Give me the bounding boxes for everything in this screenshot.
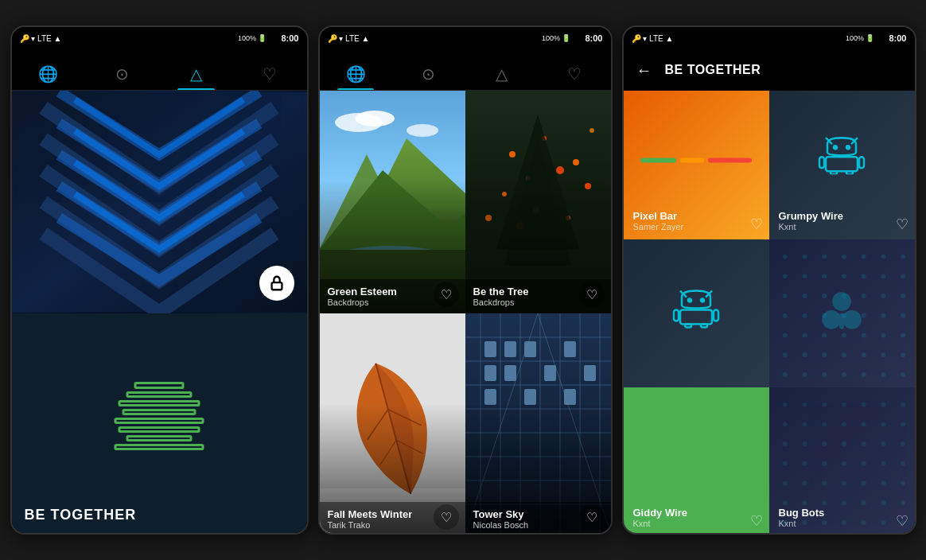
- green-esteem-card[interactable]: Green Esteem Backdrops ♡: [320, 91, 465, 313]
- svg-point-183: [861, 501, 866, 506]
- svg-point-75: [834, 146, 837, 150]
- svg-point-172: [782, 481, 787, 486]
- svg-point-182: [842, 501, 846, 506]
- svg-point-131: [881, 352, 885, 357]
- svg-rect-70: [640, 158, 676, 163]
- svg-rect-143: [839, 313, 844, 329]
- svg-point-24: [556, 166, 564, 174]
- phone1-nav-compass[interactable]: ⊙: [85, 64, 159, 90]
- svg-point-141: [842, 310, 861, 329]
- pixel-bar-visual: [638, 155, 754, 169]
- svg-point-154: [842, 422, 846, 427]
- grumpy-wire-card[interactable]: Grumpy Wire Kxnt ♡: [769, 91, 915, 239]
- svg-point-167: [822, 461, 827, 466]
- svg-point-146: [822, 402, 827, 407]
- svg-point-165: [782, 461, 787, 466]
- svg-point-133: [782, 372, 787, 377]
- svg-point-103: [881, 274, 885, 278]
- svg-rect-3: [127, 393, 191, 397]
- svg-point-100: [822, 274, 827, 278]
- pixel-bar-card[interactable]: Pixel Bar Samer Zayer ♡: [624, 91, 769, 239]
- tower-sky-card[interactable]: Tower Sky Nicolas Bosch ♡: [465, 313, 611, 535]
- pixel-bar-favorite[interactable]: ♡: [750, 216, 763, 233]
- giddy-wire-card[interactable]: Giddy Wire Kxnt ♡: [624, 387, 769, 535]
- phone1-status-bar: 🔑 ▾ LTE ▲ 100% 🔋 8:00: [12, 27, 307, 49]
- be-the-tree-card[interactable]: Be the Tree Backdrops ♡: [465, 91, 611, 313]
- svg-point-117: [881, 313, 885, 317]
- phone2-nav-collections[interactable]: △: [465, 64, 539, 90]
- globe-icon: 🌐: [38, 64, 58, 84]
- svg-point-119: [782, 332, 787, 337]
- svg-rect-71: [680, 158, 704, 163]
- svg-point-85: [701, 299, 704, 302]
- svg-point-107: [822, 294, 827, 298]
- bug-bots-favorite[interactable]: ♡: [896, 512, 908, 530]
- svg-point-94: [842, 254, 846, 259]
- phone2-content: Green Esteem Backdrops ♡: [320, 91, 611, 535]
- phone1-nav-favorites[interactable]: ♡: [233, 64, 307, 90]
- compass-icon: ⊙: [115, 64, 129, 84]
- phone3-content: Pixel Bar Samer Zayer ♡: [624, 91, 915, 535]
- grumpy-wire-favorite[interactable]: ♡: [896, 216, 908, 233]
- svg-point-160: [822, 441, 827, 446]
- android-mid-1-icon: [672, 288, 720, 335]
- svg-point-116: [861, 313, 866, 317]
- android-mid-1-card[interactable]: [624, 239, 769, 388]
- phone3-status-bar: 🔑 ▾ LTE ▲ 100% 🔋 8:00: [624, 27, 915, 49]
- svg-point-139: [901, 372, 905, 377]
- lock-button[interactable]: [259, 266, 294, 301]
- phone1-nav-globe[interactable]: 🌐: [12, 64, 86, 90]
- svg-point-96: [881, 254, 885, 259]
- svg-point-161: [842, 441, 846, 446]
- svg-point-152: [802, 422, 807, 427]
- svg-point-176: [861, 481, 866, 486]
- grumpy-wire-name: Grumpy Wire: [779, 210, 905, 222]
- svg-rect-5: [123, 410, 195, 414]
- svg-point-124: [881, 332, 885, 337]
- amoled-card[interactable]: AMOLED Backdrops with a common pitch bla…: [12, 91, 307, 313]
- android-mid-2-card[interactable]: [769, 239, 915, 388]
- svg-rect-57: [484, 341, 496, 357]
- svg-point-148: [861, 402, 866, 407]
- svg-point-153: [822, 422, 827, 427]
- phone2-nav-compass[interactable]: ⊙: [392, 64, 465, 90]
- fall-meets-winter-card[interactable]: Fall Meets Winter Tarik Trako ♡: [320, 313, 465, 535]
- phone1-nav-bar: 🌐 ⊙ △ ♡: [12, 49, 307, 91]
- green-esteem-favorite[interactable]: ♡: [434, 282, 459, 307]
- phone2-nav-globe[interactable]: 🌐: [320, 64, 393, 90]
- be-together-card[interactable]: BE TOGETHER: [12, 313, 307, 535]
- svg-point-138: [881, 372, 885, 377]
- giddy-wire-favorite[interactable]: ♡: [750, 512, 763, 530]
- phone2-nav-favorites[interactable]: ♡: [538, 64, 611, 90]
- grumpy-wire-icon: [818, 135, 866, 178]
- svg-point-106: [802, 294, 807, 298]
- phone1-nav-collections[interactable]: △: [159, 64, 233, 90]
- phone3-time: 8:00: [889, 33, 906, 43]
- svg-point-190: [861, 520, 866, 525]
- svg-point-181: [822, 501, 827, 506]
- svg-point-140: [832, 292, 851, 311]
- heart-icon-2: ♡: [567, 64, 582, 84]
- svg-rect-7: [119, 428, 199, 432]
- svg-point-128: [822, 352, 827, 357]
- svg-point-112: [782, 313, 787, 317]
- svg-point-162: [861, 441, 866, 446]
- giddy-wire-sub: Kxnt: [633, 519, 760, 528]
- pixel-bar-name: Pixel Bar: [633, 210, 760, 222]
- svg-point-95: [861, 254, 866, 259]
- svg-rect-90: [701, 325, 707, 328]
- collections-icon: △: [190, 64, 202, 84]
- svg-rect-89: [685, 325, 691, 328]
- svg-point-187: [802, 520, 807, 525]
- svg-rect-87: [674, 310, 679, 321]
- svg-point-102: [861, 274, 866, 278]
- bug-bots-card[interactable]: Bug Bots Kxnt ♡: [769, 387, 915, 535]
- back-button[interactable]: ←: [636, 61, 652, 80]
- svg-point-98: [782, 274, 787, 278]
- svg-point-111: [901, 294, 905, 298]
- tower-sky-favorite[interactable]: ♡: [579, 504, 605, 530]
- svg-point-84: [688, 299, 691, 302]
- fall-meets-winter-favorite[interactable]: ♡: [434, 504, 459, 530]
- svg-point-180: [802, 501, 807, 506]
- be-the-tree-favorite[interactable]: ♡: [579, 282, 605, 307]
